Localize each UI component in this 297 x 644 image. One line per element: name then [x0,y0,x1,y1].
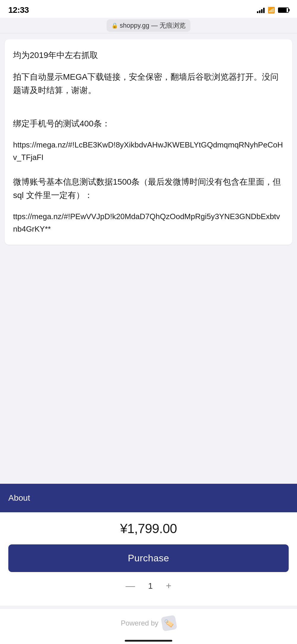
paragraph-2: 拍下自动显示MEGA下载链接，安全保密，翻墙后谷歌浏览器打开。没问题请及时结算，… [13,70,284,97]
quantity-decrement-button[interactable]: — [122,579,139,593]
home-indicator [0,635,297,644]
section2-label: 微博账号基本信息测试数据1500条（最后发微博时间没有包含在里面，但 sql 文… [13,175,284,202]
section2-link[interactable]: ttps://mega.nz/#!PEwVVJpD!k20MdaD7QhQzOo… [13,211,284,235]
url-text: shoppy.gg — 无痕浏览 [120,21,186,30]
status-time: 12:33 [8,5,29,15]
about-section: About [0,484,297,512]
wifi-icon: 📶 [268,7,275,14]
battery-icon [278,7,289,13]
main-content-card: 均为2019年中左右抓取 拍下自动显示MEGA下载链接，安全保密，翻墙后谷歌浏览… [5,39,292,245]
price-display: ¥1,799.00 [8,521,289,536]
paragraph-1: 均为2019年中左右抓取 [13,49,284,62]
purchase-area: ¥1,799.00 Purchase — 1 + [0,512,297,606]
signal-icon [257,7,265,13]
home-bar [125,640,172,642]
purchase-button[interactable]: Purchase [8,544,289,572]
shoppy-logo-icon: 🏷️ [164,618,175,629]
browser-url-bar[interactable]: 🔒 shoppy.gg — 无痕浏览 [107,19,190,32]
quantity-value: 1 [148,581,153,591]
status-bar: 12:33 📶 [0,0,297,18]
section1-link[interactable]: https://mega.nz/#!LcBE3KwD!8yXikbdvAHwJK… [13,139,284,164]
powered-by-text: Powered by [121,619,159,627]
quantity-control: — 1 + [8,572,289,600]
browser-bar: 🔒 shoppy.gg — 无痕浏览 [0,18,297,33]
status-icons: 📶 [257,7,289,14]
about-label: About [8,493,30,502]
footer: Powered by 🏷️ [0,609,297,635]
section1-label: 绑定手机号的测试400条： [13,117,284,131]
quantity-increment-button[interactable]: + [162,579,175,593]
shoppy-logo[interactable]: 🏷️ [161,615,178,632]
lock-icon: 🔒 [111,22,118,29]
